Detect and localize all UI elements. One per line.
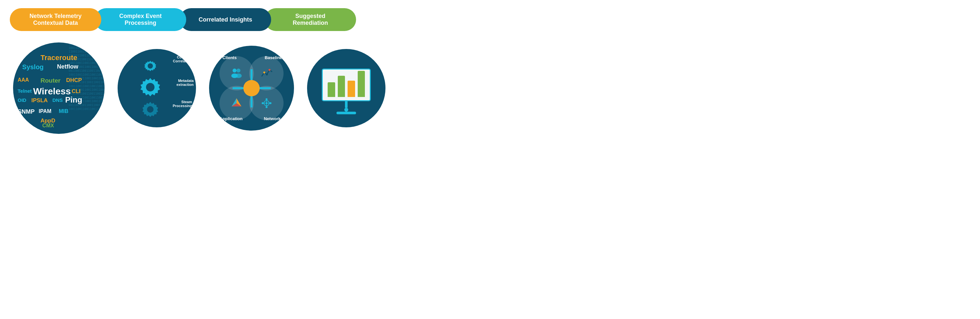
word-ipam: IPAM	[38, 108, 51, 114]
label-clients: Clients	[223, 55, 237, 60]
circle-telemetry: 1011001100110110011001100110011001100110…	[13, 43, 105, 134]
banner-remediation-label: Suggested Remediation	[293, 13, 328, 27]
bar-4	[358, 71, 365, 97]
flower-center	[243, 80, 260, 96]
circles-wrapper: 1011001100110110011001100110011001100110…	[10, 43, 480, 134]
circle-remediation	[307, 49, 385, 127]
svg-point-1	[146, 83, 154, 91]
circle-insights: Clients Baseline Application Network	[209, 46, 294, 131]
remediation-inner	[307, 49, 385, 127]
svg-point-4	[237, 68, 240, 73]
svg-point-7	[263, 71, 265, 73]
bar-3	[348, 81, 355, 97]
gears-svg	[132, 56, 181, 121]
circle-processing: ComplexCorrelation Metadataextraction St…	[118, 49, 196, 127]
word-traceroute: Traceroute	[40, 54, 78, 62]
baseline-icon	[260, 67, 273, 80]
svg-point-15	[266, 106, 267, 108]
circles-row: 1011001100110110011001100110011001100110…	[10, 43, 480, 134]
svg-point-11	[266, 102, 267, 104]
label-application: Application	[220, 116, 243, 121]
word-dhcp: DHCP	[66, 77, 82, 84]
word-ipsla: IPSLA	[31, 97, 48, 104]
bar-2	[338, 76, 345, 97]
banners-row: Network Telemetry Contextual Data Comple…	[10, 6, 480, 33]
network-icon	[260, 97, 273, 110]
banner-telemetry-label: Network Telemetry Contextual Data	[29, 13, 82, 27]
svg-point-14	[262, 102, 264, 104]
gears-container: ComplexCorrelation Metadataextraction St…	[118, 49, 196, 127]
label-complex-correlation: ComplexCorrelation	[173, 55, 192, 63]
word-telnet: Telnet	[18, 88, 32, 94]
word-router: Router	[40, 77, 60, 84]
chart-dot	[344, 108, 348, 112]
clients-icon	[230, 67, 243, 80]
chart-base	[336, 112, 356, 114]
svg-point-9	[269, 69, 270, 71]
svg-point-6	[235, 73, 242, 78]
chart-area	[322, 68, 371, 108]
label-baseline: Baseline	[265, 55, 282, 60]
word-ping: Ping	[65, 95, 82, 105]
svg-point-8	[266, 73, 268, 75]
label-network: Network	[264, 116, 281, 121]
word-aaa: AAA	[18, 77, 29, 83]
label-steam-processing: SteamProcessing	[173, 100, 192, 108]
chart-board	[322, 68, 371, 101]
word-cmx: CMX	[43, 123, 54, 129]
label-metadata-extraction: Metadataextraction	[177, 79, 194, 87]
insights-inner: Clients Baseline Application Network	[213, 50, 290, 126]
banner-processing: Complex Event Processing	[95, 8, 186, 31]
word-cli: CLI	[72, 88, 80, 95]
word-mib: MIB	[59, 108, 68, 114]
word-snmp: SNMP	[18, 108, 35, 115]
svg-point-12	[266, 98, 267, 100]
svg-point-2	[147, 106, 154, 113]
word-cloud: Traceroute Syslog Netflow AAA Router DHC…	[13, 43, 105, 134]
banner-insights: Correlated Insights	[180, 8, 271, 31]
banner-telemetry: Network Telemetry Contextual Data	[10, 8, 101, 31]
svg-point-13	[269, 102, 272, 104]
application-icon	[230, 97, 243, 110]
word-oid: OID	[18, 97, 27, 103]
word-syslog: Syslog	[22, 63, 44, 71]
bar-1	[328, 82, 335, 97]
svg-point-0	[148, 63, 153, 68]
chart-stand	[345, 101, 348, 108]
word-dns: DNS	[52, 97, 63, 103]
banner-processing-label: Complex Event Processing	[119, 13, 162, 27]
banner-insights-label: Correlated Insights	[199, 16, 252, 23]
banner-remediation: Suggested Remediation	[265, 8, 356, 31]
svg-point-3	[232, 68, 237, 73]
word-netflow: Netflow	[57, 63, 78, 70]
page: Network Telemetry Contextual Data Comple…	[0, 0, 490, 160]
